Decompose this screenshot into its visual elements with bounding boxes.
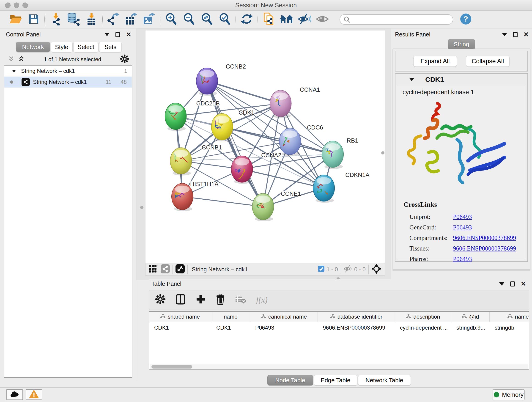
gene-section-header[interactable]: CDK1 — [395, 74, 527, 85]
memory-button[interactable]: Memory — [493, 389, 525, 400]
delete-column-trash-icon[interactable] — [216, 294, 225, 306]
crosslink-link[interactable]: 9606.ENSP00000378699 — [453, 245, 516, 252]
close-panel-icon[interactable]: ✕ — [524, 32, 529, 37]
protein-node-CDK1[interactable] — [211, 114, 233, 140]
column-header[interactable]: description — [395, 312, 451, 322]
gear-icon[interactable] — [120, 55, 129, 64]
show-columns-icon[interactable] — [176, 294, 186, 306]
import-network-button[interactable] — [47, 12, 65, 27]
table-cell[interactable]: CDK1 — [211, 322, 250, 333]
save-session-button[interactable] — [25, 12, 43, 27]
collapse-all-chevron-icon[interactable] — [8, 56, 15, 63]
zoom-out-button[interactable] — [180, 12, 198, 27]
scrollbar-thumb[interactable] — [152, 365, 192, 369]
column-header[interactable]: database identifier — [318, 312, 395, 322]
panel-menu-icon[interactable] — [502, 33, 507, 36]
tab-style[interactable]: Style — [51, 42, 73, 52]
table-settings-gear-icon[interactable] — [155, 294, 165, 305]
birds-eye-view-icon[interactable] — [176, 264, 185, 274]
protein-node-CCNB1[interactable] — [170, 148, 192, 174]
crosslink-link[interactable]: 9606.ENSP00000378699 — [453, 235, 516, 242]
column-header[interactable]: namespace — [490, 312, 529, 322]
protein-node-CDC25B[interactable] — [165, 103, 186, 129]
network-canvas[interactable]: CCNB2CCNA1CDC25BCDK1CDC6RB1CCNB1CCNA2CDK… — [145, 30, 385, 263]
tab-sets[interactable]: Sets — [99, 42, 122, 52]
add-column-plus-icon[interactable] — [196, 294, 206, 305]
export-network-button[interactable] — [104, 12, 122, 27]
close-panel-icon[interactable]: ✕ — [126, 32, 131, 37]
open-session-button[interactable] — [7, 12, 25, 27]
table-cell[interactable]: stringdb:9... — [451, 322, 490, 333]
expand-all-button[interactable]: Expand All — [413, 56, 457, 67]
crosslink-link[interactable]: P06493 — [453, 224, 472, 231]
left-splitter-handle[interactable] — [140, 206, 143, 209]
close-panel-icon[interactable]: ✕ — [521, 282, 526, 286]
protein-node-CDKN1A[interactable] — [313, 175, 335, 201]
collapse-all-button[interactable]: Collapse All — [466, 56, 510, 67]
column-header[interactable]: shared name — [149, 312, 211, 322]
float-panel-icon[interactable] — [513, 32, 518, 37]
float-panel-icon[interactable] — [115, 32, 120, 37]
pan-crosshair-icon[interactable] — [371, 264, 381, 275]
share-view-icon[interactable] — [161, 264, 170, 274]
table-cell[interactable]: 9606.ENSP00000378699 — [318, 322, 395, 333]
protein-node-CCNB2[interactable] — [196, 68, 218, 95]
tab-node-table[interactable]: Node Table — [267, 375, 313, 385]
protein-node-CCNE1[interactable] — [252, 193, 274, 220]
table-cell[interactable]: CDK1 — [149, 322, 211, 333]
table-key-icon — [261, 313, 266, 320]
application-window: Session: New Session — [0, 0, 532, 402]
horizontal-scrollbar[interactable] — [150, 364, 528, 369]
selected-checkbox-icon[interactable] — [318, 265, 325, 273]
node-table[interactable]: shared namenamecanonical namedatabase id… — [149, 311, 529, 370]
import-network-from-database-button[interactable] — [65, 12, 82, 27]
table-cell[interactable]: cyclin-dependent ... — [395, 322, 451, 333]
protein-node-CDC6[interactable] — [279, 128, 301, 155]
table-row[interactable]: CDK1CDK1P064939606.ENSP00000378699cyclin… — [149, 322, 529, 333]
show-eye-button[interactable] — [313, 12, 331, 27]
column-header[interactable]: @id — [451, 312, 490, 322]
protein-node-CCNA1[interactable] — [270, 90, 291, 117]
panel-menu-icon[interactable] — [499, 282, 504, 286]
tab-string[interactable]: String — [448, 39, 475, 50]
help-button[interactable]: ? — [457, 12, 475, 27]
column-header[interactable]: canonical name — [250, 312, 318, 322]
hide-panel-eye-button[interactable] — [296, 12, 313, 27]
eye-icon — [316, 14, 329, 25]
network-row-selected[interactable]: String Network – cdk1 11 48 — [4, 77, 132, 88]
crosslink-link[interactable]: P06493 — [453, 255, 472, 263]
expand-all-chevron-icon[interactable] — [18, 56, 25, 63]
export-table-button[interactable] — [122, 12, 140, 27]
network-collection-row[interactable]: String Network – cdk1 1 — [4, 65, 132, 77]
protein-node-CCNA2[interactable] — [231, 156, 253, 182]
right-splitter-handle[interactable] — [381, 151, 385, 154]
protein-node-HIST1H1A[interactable] — [172, 183, 193, 210]
grid-view-icon[interactable] — [149, 265, 157, 274]
protein-node-RB1[interactable] — [322, 141, 344, 167]
show-all-networks-button[interactable] — [278, 12, 296, 27]
zoom-in-button[interactable] — [162, 12, 180, 27]
clone-network-button[interactable] — [260, 12, 278, 27]
export-image-button[interactable] — [140, 12, 158, 27]
import-table-button[interactable] — [82, 12, 100, 27]
search-input[interactable] — [340, 14, 453, 25]
apply-layout-button[interactable] — [238, 12, 256, 27]
tab-network-table[interactable]: Network Table — [358, 375, 411, 385]
table-cell[interactable]: P06493 — [250, 322, 318, 333]
float-panel-icon[interactable] — [510, 281, 515, 287]
column-header[interactable]: name — [211, 312, 250, 322]
tab-network[interactable]: Network — [16, 42, 50, 52]
collapse-triangle-icon[interactable] — [409, 78, 414, 81]
table-cell[interactable]: stringdb — [490, 322, 529, 333]
expand-triangle-icon[interactable] — [12, 70, 16, 72]
zoom-selected-button[interactable] — [216, 12, 234, 27]
tab-select[interactable]: Select — [73, 42, 99, 52]
tab-edge-table[interactable]: Edge Table — [314, 375, 357, 385]
panel-menu-icon[interactable] — [104, 33, 109, 36]
zoom-fit-button[interactable] — [198, 12, 216, 27]
network-tree: String Network – cdk1 1 String Network –… — [4, 65, 132, 378]
cloud-button[interactable] — [6, 389, 23, 400]
crosslink-link[interactable]: P06493 — [453, 213, 472, 220]
warnings-button[interactable] — [26, 389, 42, 400]
hidden-eye-slash-icon[interactable] — [344, 265, 352, 274]
